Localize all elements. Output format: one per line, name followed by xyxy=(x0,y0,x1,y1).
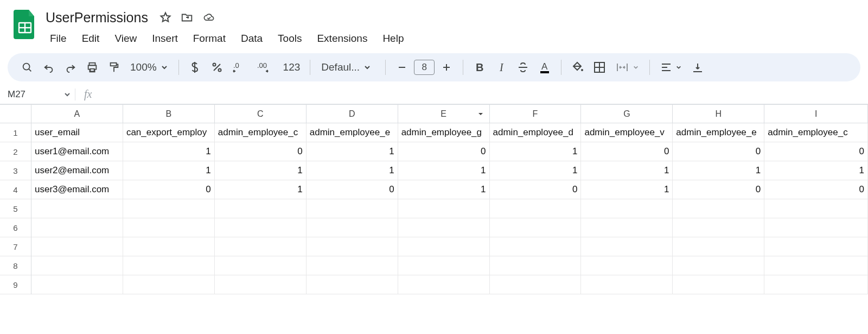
cell-F2[interactable]: 1 xyxy=(490,142,582,161)
cell-D2[interactable]: 1 xyxy=(307,142,398,161)
italic-icon[interactable]: I xyxy=(493,58,510,77)
cell-H4[interactable]: 0 xyxy=(673,180,764,199)
cell-A3[interactable]: user2@email.com xyxy=(31,161,123,180)
percent-icon[interactable] xyxy=(208,58,226,77)
cell-B3[interactable]: 1 xyxy=(123,161,215,180)
cell-H8[interactable] xyxy=(673,256,764,275)
cell-H3[interactable]: 1 xyxy=(673,161,764,180)
fill-color-icon[interactable] xyxy=(569,58,586,77)
cell-G6[interactable] xyxy=(581,218,673,237)
cell-D3[interactable]: 1 xyxy=(307,161,398,180)
cell-A1[interactable]: user_email xyxy=(31,123,123,142)
cell-A8[interactable] xyxy=(31,256,123,275)
menu-help[interactable]: Help xyxy=(376,30,410,47)
cell-D4[interactable]: 0 xyxy=(307,180,398,199)
cell-D5[interactable] xyxy=(307,199,398,218)
cell-G8[interactable] xyxy=(581,256,673,275)
paint-format-icon[interactable] xyxy=(105,58,123,77)
cell-D7[interactable] xyxy=(307,237,398,256)
cell-E4[interactable]: 1 xyxy=(398,180,490,199)
cell-G1[interactable]: admin_employee_v xyxy=(581,123,673,142)
cell-C8[interactable] xyxy=(215,256,307,275)
row-header-7[interactable]: 7 xyxy=(0,237,31,256)
cell-E2[interactable]: 0 xyxy=(398,142,490,161)
cell-C9[interactable] xyxy=(215,275,307,294)
column-header-F[interactable]: F xyxy=(490,105,582,123)
chevron-down-icon[interactable] xyxy=(477,111,484,117)
cell-I5[interactable] xyxy=(764,199,868,218)
decrease-decimal-icon[interactable]: .0 xyxy=(230,58,250,77)
redo-icon[interactable] xyxy=(62,58,79,77)
cell-I1[interactable]: admin_employee_c xyxy=(764,123,868,142)
text-color-icon[interactable]: A xyxy=(536,58,553,77)
menu-format[interactable]: Format xyxy=(187,30,232,47)
cell-E6[interactable] xyxy=(398,218,490,237)
cell-F4[interactable]: 0 xyxy=(490,180,582,199)
menu-file[interactable]: File xyxy=(43,30,73,47)
column-header-G[interactable]: G xyxy=(581,105,673,123)
cell-F3[interactable]: 1 xyxy=(490,161,582,180)
cell-B9[interactable] xyxy=(123,275,215,294)
cell-F1[interactable]: admin_employee_d xyxy=(490,123,582,142)
horizontal-align-dropdown[interactable] xyxy=(658,62,685,72)
cell-F6[interactable] xyxy=(490,218,582,237)
borders-icon[interactable] xyxy=(591,58,608,77)
cell-B2[interactable]: 1 xyxy=(123,142,215,161)
menu-edit[interactable]: Edit xyxy=(75,30,106,47)
cell-G7[interactable] xyxy=(581,237,673,256)
cell-I2[interactable]: 0 xyxy=(764,142,868,161)
cell-B5[interactable] xyxy=(123,199,215,218)
cell-C5[interactable] xyxy=(215,199,307,218)
row-header-3[interactable]: 3 xyxy=(0,161,31,180)
column-header-B[interactable]: B xyxy=(123,105,215,123)
cell-E3[interactable]: 1 xyxy=(398,161,490,180)
cell-F7[interactable] xyxy=(490,237,582,256)
column-header-I[interactable]: I xyxy=(764,105,868,123)
cell-A5[interactable] xyxy=(31,199,123,218)
cell-H7[interactable] xyxy=(673,237,764,256)
row-header-1[interactable]: 1 xyxy=(0,123,31,142)
cell-E7[interactable] xyxy=(398,237,490,256)
menu-extensions[interactable]: Extensions xyxy=(310,30,374,47)
menu-insert[interactable]: Insert xyxy=(145,30,184,47)
move-to-folder-icon[interactable] xyxy=(181,11,194,24)
cell-D8[interactable] xyxy=(307,256,398,275)
cell-D1[interactable]: admin_employee_e xyxy=(307,123,398,142)
cell-H1[interactable]: admin_employee_e xyxy=(673,123,764,142)
cell-C1[interactable]: admin_employee_c xyxy=(215,123,307,142)
cell-I4[interactable]: 0 xyxy=(764,180,868,199)
formula-bar-input[interactable] xyxy=(100,85,868,104)
cell-I9[interactable] xyxy=(764,275,868,294)
cloud-status-icon[interactable] xyxy=(202,11,215,24)
cell-E8[interactable] xyxy=(398,256,490,275)
increase-decimal-icon[interactable]: .00 xyxy=(254,58,277,77)
cell-G5[interactable] xyxy=(581,199,673,218)
minus-icon[interactable] xyxy=(393,58,411,77)
cell-G9[interactable] xyxy=(581,275,673,294)
cell-H9[interactable] xyxy=(673,275,764,294)
sheets-app-icon[interactable] xyxy=(11,5,39,40)
cell-H2[interactable]: 0 xyxy=(673,142,764,161)
cell-C7[interactable] xyxy=(215,237,307,256)
row-header-5[interactable]: 5 xyxy=(0,199,31,218)
cell-C4[interactable]: 1 xyxy=(215,180,307,199)
cell-H5[interactable] xyxy=(673,199,764,218)
undo-icon[interactable] xyxy=(40,58,58,77)
cell-B8[interactable] xyxy=(123,256,215,275)
menu-view[interactable]: View xyxy=(108,30,143,47)
cell-G2[interactable]: 0 xyxy=(581,142,673,161)
column-header-D[interactable]: D xyxy=(307,105,398,123)
cell-B7[interactable] xyxy=(123,237,215,256)
cell-D9[interactable] xyxy=(307,275,398,294)
row-header-8[interactable]: 8 xyxy=(0,256,31,275)
cell-B4[interactable]: 0 xyxy=(123,180,215,199)
cell-E9[interactable] xyxy=(398,275,490,294)
cell-A2[interactable]: user1@email.com xyxy=(31,142,123,161)
cell-I3[interactable]: 1 xyxy=(764,161,868,180)
column-header-A[interactable]: A xyxy=(31,105,123,123)
plus-icon[interactable] xyxy=(438,58,455,77)
cell-A7[interactable] xyxy=(31,237,123,256)
strikethrough-icon[interactable] xyxy=(514,58,532,77)
cell-G3[interactable]: 1 xyxy=(581,161,673,180)
select-all-corner[interactable] xyxy=(0,105,31,123)
